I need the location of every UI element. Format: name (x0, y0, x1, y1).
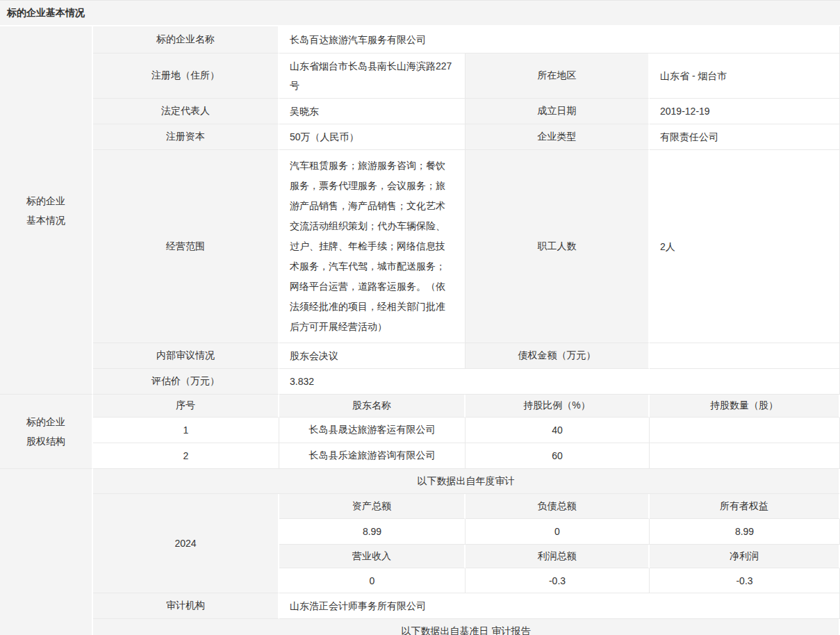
equity-header-ratio: 持股比例（%） (466, 395, 650, 418)
value-total-assets: 8.99 (279, 519, 466, 545)
header-total-profit: 利润总额 (466, 545, 650, 568)
value-appraisal-price: 3.832 (279, 369, 840, 395)
equity-row: 2 长岛县乐途旅游咨询有限公司 60 (0, 443, 840, 469)
baseline-audit-banner: 以下数据出自基准日 审计报告 (93, 619, 840, 635)
equity-row1-no: 1 (93, 418, 279, 443)
section-label-empty (0, 469, 93, 635)
header-net-profit: 净利润 (650, 545, 840, 568)
row-legal-rep: 法定代表人 吴晓东 成立日期 2019-12-19 (0, 99, 840, 124)
value-debt-amount (650, 343, 840, 369)
value-net-profit: -0.3 (650, 568, 840, 593)
section-label-equity-line1: 标的企业 (1, 412, 91, 431)
equity-row1-shares (650, 418, 840, 443)
value-total-profit: -0.3 (466, 568, 650, 593)
value-registered-address: 山东省烟台市长岛县南长山海滨路227号 (279, 53, 466, 99)
label-registered-address: 注册地（住所） (93, 53, 279, 99)
value-internal-review: 股东会决议 (279, 343, 466, 369)
equity-header-no: 序号 (93, 395, 279, 418)
label-audit-agency: 审计机构 (93, 593, 279, 619)
value-legal-representative: 吴晓东 (279, 99, 466, 124)
value-company-type: 有限责任公司 (650, 124, 840, 150)
row-company-name: 标的企业 基本情况 标的企业名称 长岛百达旅游汽车服务有限公司 (0, 26, 840, 53)
row-annual-headers1: 2024 资产总额 负债总额 所有者权益 (0, 494, 840, 519)
value-employees: 2人 (650, 150, 840, 343)
value-operating-revenue: 0 (279, 568, 466, 593)
section-label-basic-info: 标的企业 基本情况 (0, 26, 93, 395)
value-audit-agency: 山东浩正会计师事务所有限公司 (279, 593, 840, 619)
row-equity-header: 标的企业 股权结构 序号 股东名称 持股比例（%） 持股数量（股） (0, 395, 840, 418)
section-label-basic-info-line1: 标的企业 (1, 191, 91, 211)
row-business-scope: 经营范围 汽车租赁服务；旅游服务咨询；餐饮服务，票务代理服务，会议服务；旅游产品… (0, 150, 840, 343)
header-operating-revenue: 营业收入 (279, 545, 466, 568)
annual-audit-year: 2024 (93, 494, 279, 593)
label-company-type: 企业类型 (466, 124, 650, 150)
row-auditor: 审计机构 山东浩正会计师事务所有限公司 (0, 593, 840, 619)
annual-audit-banner: 以下数据出自年度审计 (93, 469, 840, 494)
label-appraisal-price: 评估价（万元） (93, 369, 279, 395)
equity-row2-shareholder: 长岛县乐途旅游咨询有限公司 (279, 443, 466, 469)
label-business-scope: 经营范围 (93, 150, 279, 343)
label-establish-date: 成立日期 (466, 99, 650, 124)
page: 标的企业基本情况 标的企业 基本情况 标的企业名称 长岛百达旅游汽车服务有限公司… (0, 0, 840, 635)
equity-row1-shareholder: 长岛县晟达旅游客运有限公司 (279, 418, 466, 443)
value-establish-date: 2019-12-19 (650, 99, 840, 124)
equity-row2-no: 2 (93, 443, 279, 469)
equity-row2-shares (650, 443, 840, 469)
equity-row1-ratio: 40 (466, 418, 650, 443)
value-business-scope: 汽车租赁服务；旅游服务咨询；餐饮服务，票务代理服务，会议服务；旅游产品销售，海产… (279, 150, 466, 343)
page-title: 标的企业基本情况 (7, 7, 85, 19)
row-appraisal: 评估价（万元） 3.832 (0, 369, 840, 395)
value-company-name: 长岛百达旅游汽车服务有限公司 (279, 26, 840, 53)
header-total-assets: 资产总额 (279, 494, 466, 519)
row-baseline-audit-banner: 以下数据出自基准日 审计报告 (0, 619, 840, 635)
equity-row2-ratio: 60 (466, 443, 650, 469)
label-legal-representative: 法定代表人 (93, 99, 279, 124)
value-registered-capital: 50万（人民币） (279, 124, 466, 150)
value-region: 山东省 - 烟台市 (650, 53, 840, 99)
header-owners-equity: 所有者权益 (650, 494, 840, 519)
enterprise-info-table: 标的企业 基本情况 标的企业名称 长岛百达旅游汽车服务有限公司 注册地（住所） … (0, 26, 840, 635)
value-owners-equity: 8.99 (650, 519, 840, 545)
label-debt-amount: 债权金额（万元） (466, 343, 650, 369)
row-address: 注册地（住所） 山东省烟台市长岛县南长山海滨路227号 所在地区 山东省 - 烟… (0, 53, 840, 99)
label-region: 所在地区 (466, 53, 650, 99)
row-reg-capital: 注册资本 50万（人民币） 企业类型 有限责任公司 (0, 124, 840, 150)
label-company-name: 标的企业名称 (93, 26, 279, 53)
label-internal-review: 内部审议情况 (93, 343, 279, 369)
row-internal-review: 内部审议情况 股东会决议 债权金额（万元） (0, 343, 840, 369)
value-total-liabilities: 0 (466, 519, 650, 545)
section-label-equity: 标的企业 股权结构 (0, 395, 93, 469)
equity-header-shareholder: 股东名称 (279, 395, 466, 418)
equity-header-shares: 持股数量（股） (650, 395, 840, 418)
label-registered-capital: 注册资本 (93, 124, 279, 150)
header-total-liabilities: 负债总额 (466, 494, 650, 519)
section-label-equity-line2: 股权结构 (1, 431, 91, 451)
equity-row: 1 长岛县晟达旅游客运有限公司 40 (0, 418, 840, 443)
row-annual-audit-banner: 以下数据出自年度审计 (0, 469, 840, 494)
label-employees: 职工人数 (466, 150, 650, 343)
section-label-basic-info-line2: 基本情况 (1, 211, 91, 230)
section-title-bar: 标的企业基本情况 (0, 0, 840, 25)
